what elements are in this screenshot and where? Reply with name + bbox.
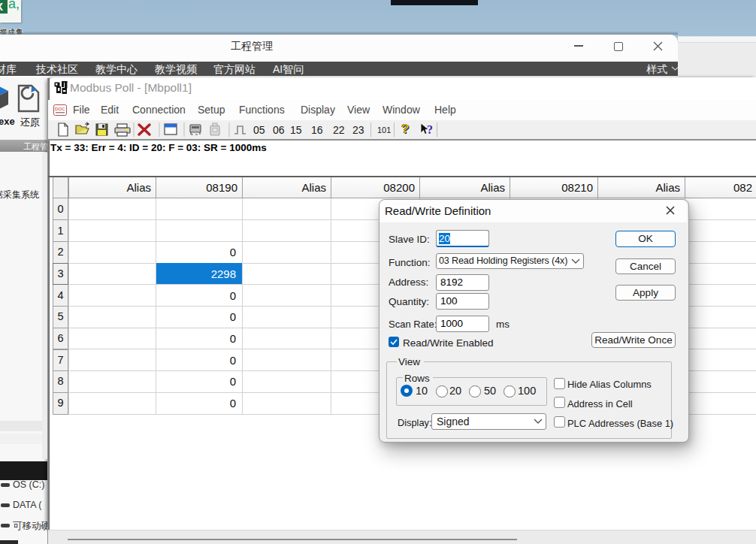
svg-text:DOC: DOC	[55, 107, 65, 111]
